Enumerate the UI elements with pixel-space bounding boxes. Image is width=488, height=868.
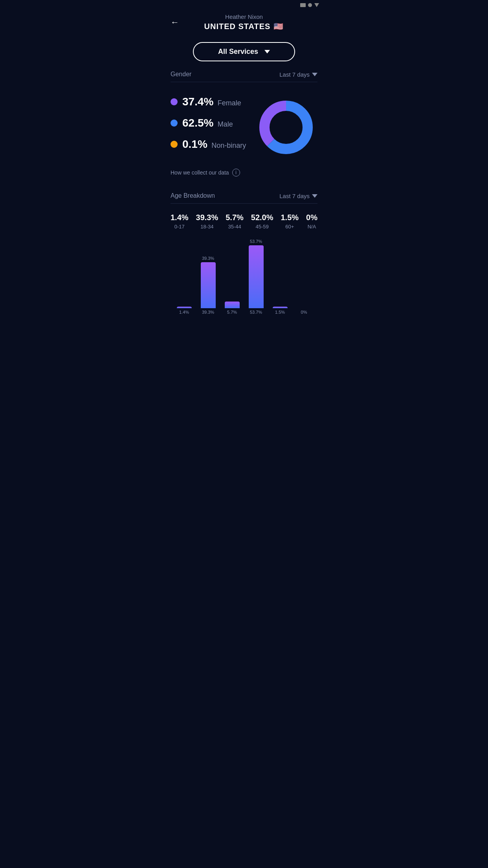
age-pct-0-17: 1.4% [171, 213, 189, 222]
male-label: Male [218, 120, 233, 128]
services-dropdown-container: All Services [163, 39, 325, 71]
services-dropdown-label: All Services [218, 48, 258, 56]
nonbinary-label: Non-binary [211, 142, 246, 149]
gender-item-male: 62.5% Male [171, 117, 251, 129]
age-stat-60plus: 1.5% 60+ [281, 213, 299, 230]
bar-group-0: 1.4% [172, 305, 196, 314]
male-dot [171, 120, 178, 127]
nonbinary-percentage: 0.1% [182, 138, 207, 150]
age-range-45-59: 45-59 [251, 224, 273, 230]
bar-group-5: 0% [292, 307, 316, 314]
age-pct-60plus: 1.5% [281, 213, 299, 222]
user-name: Heather Nixon [204, 13, 284, 20]
donut-chart [257, 98, 316, 157]
age-range-35-44: 35-44 [226, 224, 244, 230]
age-pct-na: 0% [306, 213, 317, 222]
bar-bottom-label-5: 0% [301, 310, 307, 314]
bar-bottom-label-1: 39.3% [202, 310, 214, 314]
bar-bottom-label-3: 53.7% [250, 310, 262, 314]
bar-group-1: 39.3%39.3% [196, 256, 220, 314]
age-section: Age Breakdown Last 7 days 1.4% 0-17 39.3… [163, 192, 325, 322]
donut-chart-container [255, 98, 317, 157]
age-range-na: N/A [306, 224, 317, 230]
gender-item-nonbinary: 0.1% Non-binary [171, 138, 251, 151]
back-button[interactable]: ← [171, 17, 179, 28]
gender-title: Gender [171, 71, 191, 78]
bar-group-3: 53.7%53.7% [244, 239, 268, 314]
flag-icon: 🇺🇸 [273, 22, 284, 31]
gender-item-female: 37.4% Female [171, 96, 251, 108]
wifi-icon [308, 3, 312, 7]
age-bar-chart: 1.4%39.3%39.3%5.7%53.7%53.7%1.5%0% [171, 240, 317, 314]
gender-chevron-icon [312, 73, 317, 76]
age-stat-35-44: 5.7% 35-44 [226, 213, 244, 230]
age-stat-18-34: 39.3% 18-34 [196, 213, 218, 230]
age-range-18-34: 18-34 [196, 224, 218, 230]
header-center: Heather Nixon UNITED STATES 🇺🇸 [204, 13, 284, 31]
bar-bottom-label-2: 5.7% [227, 310, 237, 314]
age-pct-45-59: 52.0% [251, 213, 273, 222]
bar-bottom-label-0: 1.4% [179, 310, 189, 314]
age-time-filter[interactable]: Last 7 days [279, 193, 317, 199]
info-icon: i [232, 169, 240, 177]
male-percentage: 62.5% [182, 117, 213, 129]
bar-top-label-3: 53.7% [250, 239, 262, 244]
age-range-60plus: 60+ [281, 224, 299, 230]
age-stats-row: 1.4% 0-17 39.3% 18-34 5.7% 35-44 52.0% 4… [171, 204, 317, 236]
bar-4 [273, 307, 288, 308]
bar-top-label-1: 39.3% [202, 256, 214, 261]
data-info-text: How we collect our data [171, 169, 229, 176]
bar-2 [225, 302, 240, 308]
gender-section-header: Gender Last 7 days [163, 71, 325, 82]
bar-group-4: 1.5% [268, 305, 292, 314]
bar-bottom-label-4: 1.5% [275, 310, 285, 314]
age-title: Age Breakdown [171, 192, 215, 199]
age-pct-35-44: 5.7% [226, 213, 244, 222]
gender-time-filter[interactable]: Last 7 days [279, 71, 317, 78]
services-dropdown-button[interactable]: All Services [193, 42, 295, 61]
country-title: UNITED STATES 🇺🇸 [204, 22, 284, 31]
bar-1 [201, 262, 216, 308]
header: ← Heather Nixon UNITED STATES 🇺🇸 [163, 9, 325, 39]
status-bar [163, 0, 325, 9]
gender-legend: 37.4% Female 62.5% Male 0.1% Non-binary [171, 96, 251, 159]
female-dot [171, 98, 178, 105]
signal-icon [300, 3, 306, 7]
bar-0 [177, 307, 192, 308]
age-stat-0-17: 1.4% 0-17 [171, 213, 189, 230]
bar-group-2: 5.7% [220, 300, 244, 314]
age-bar-chart-container: 1.4%39.3%39.3%5.7%53.7%53.7%1.5%0% [171, 236, 317, 322]
nonbinary-dot [171, 141, 178, 148]
gender-chart-section: 37.4% Female 62.5% Male 0.1% Non-binary [163, 86, 325, 169]
chevron-down-icon [264, 50, 270, 53]
data-info[interactable]: How we collect our data i [163, 169, 325, 184]
age-chevron-icon [312, 194, 317, 198]
bar-3 [249, 245, 264, 308]
age-range-0-17: 0-17 [171, 224, 189, 230]
age-section-header: Age Breakdown Last 7 days [171, 192, 317, 204]
female-label: Female [218, 99, 241, 107]
battery-icon [314, 3, 319, 7]
age-stat-45-59: 52.0% 45-59 [251, 213, 273, 230]
age-pct-18-34: 39.3% [196, 213, 218, 222]
age-stat-na: 0% N/A [306, 213, 317, 230]
female-percentage: 37.4% [182, 96, 213, 108]
